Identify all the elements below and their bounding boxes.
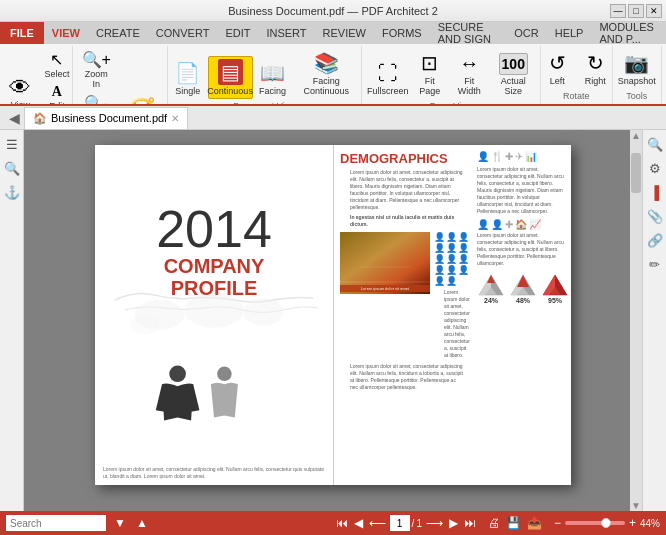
svg-marker-10: [487, 275, 495, 283]
select-icon: ↖: [50, 50, 63, 69]
search-input[interactable]: [6, 515, 106, 531]
single-icon: 📄: [175, 61, 200, 85]
zoom-slider[interactable]: [565, 521, 625, 525]
continuous-button[interactable]: ▤ Continuous: [208, 56, 253, 99]
photo-caption: Lorem ipsum dolor sit amet: [340, 285, 430, 292]
menu-forms[interactable]: FORMS: [374, 22, 430, 44]
ribbon-group-pageview: ⛶ Fullscreen ⊡ Fit Page ↔ Fit Width 100 …: [362, 46, 541, 104]
ribbon: 👁 View ↖ Select A Edit Modes 🔍+ Z: [0, 44, 666, 106]
single-label: Single: [175, 86, 200, 96]
scroll-thumb[interactable]: [631, 153, 641, 193]
zoom-in-button[interactable]: 🔍+ Zoom In: [76, 48, 116, 91]
rotate-right-button[interactable]: ↻ Right: [577, 48, 613, 89]
edit-button[interactable]: A Edit: [40, 82, 73, 106]
scroll-up-button[interactable]: ▲: [631, 130, 641, 141]
stat-icon-6: 👤: [477, 219, 489, 230]
select-label: Select: [44, 69, 69, 79]
facing-continuous-button[interactable]: 📚 Facing Continuous: [293, 48, 360, 99]
menu-secure-sign[interactable]: SECURE AND SIGN: [430, 22, 507, 44]
page-total: 1: [416, 518, 422, 529]
menu-edit[interactable]: EDIT: [217, 22, 258, 44]
person-icon-gray-3: 👤: [446, 254, 457, 264]
sidebar-search-button[interactable]: 🔍: [2, 158, 22, 178]
right-col-text1: Lorem ipsum dolor sit amet, consectetur …: [477, 166, 565, 215]
continuous-icon: ▤: [218, 59, 243, 85]
page-number-input[interactable]: [390, 515, 410, 531]
single-button[interactable]: 📄 Single: [170, 58, 206, 99]
status-print-button[interactable]: 🖨: [486, 516, 502, 530]
menu-modules[interactable]: MODULES AND P...: [591, 22, 666, 44]
maximize-button[interactable]: □: [628, 4, 644, 18]
snapshot-icon: 📷: [624, 51, 649, 75]
ribbon-group-docview: 📄 Single ▤ Continuous 📖 Facing 📚 Facing …: [168, 46, 362, 104]
menu-insert[interactable]: INSERT: [258, 22, 314, 44]
right-tool-search[interactable]: 🔍: [645, 134, 665, 154]
tab-close-button[interactable]: ✕: [171, 113, 179, 124]
right-tool-pen[interactable]: ✏: [645, 254, 665, 274]
people-silhouettes: [110, 355, 318, 455]
fit-page-button[interactable]: ⊡ Fit Page: [411, 48, 448, 99]
right-tool-paperclip[interactable]: 📎: [645, 206, 665, 226]
status-save-button[interactable]: 💾: [504, 516, 523, 530]
window-controls: — □ ✕: [610, 4, 662, 18]
nav-prev-button[interactable]: ◀: [352, 516, 365, 530]
menu-file[interactable]: FILE: [0, 22, 44, 44]
scroll-down-button[interactable]: ▼: [631, 500, 641, 511]
document-tab[interactable]: 🏠 Business Document.pdf ✕: [24, 107, 188, 129]
nav-back-button[interactable]: ⟵: [367, 516, 388, 530]
navigation-controls: ⏮ ◀ ⟵ / 1 ⟶ ▶ ⏭ 🖨 💾 📤 − + 44%: [334, 515, 660, 531]
rotate-left-button[interactable]: ↺ Left: [539, 48, 575, 89]
title-bar: Business Document.pdf — PDF Architect 2 …: [0, 0, 666, 22]
menu-create[interactable]: CREATE: [88, 22, 148, 44]
sidebar-anchor-button[interactable]: ⚓: [2, 182, 22, 202]
demographics-bold1: In egestas nisl ut nulla iaculis et matt…: [340, 214, 473, 228]
scrollbar-vertical[interactable]: ▲ ▼: [630, 130, 642, 511]
continuous-label: Continuous: [207, 86, 253, 96]
sidebar-panels-button[interactable]: ☰: [2, 134, 22, 154]
actual-size-button[interactable]: 100 Actual Size: [490, 50, 536, 99]
nav-last-button[interactable]: ⏭: [462, 516, 478, 530]
snapshot-label: Snapshot: [618, 76, 656, 86]
tab-icon: 🏠: [33, 112, 47, 125]
nav-first-button[interactable]: ⏮: [334, 516, 350, 530]
person-icon-red-3: 👤: [458, 232, 469, 242]
menu-bar: FILE VIEW CREATE CONVERT EDIT INSERT REV…: [0, 22, 666, 44]
menu-ocr[interactable]: OCR: [506, 22, 546, 44]
right-tool-link[interactable]: 🔗: [645, 230, 665, 250]
page-separator: /: [412, 518, 415, 529]
close-button[interactable]: ✕: [646, 4, 662, 18]
person-icon-gray-8: 👤: [434, 276, 445, 286]
menu-view[interactable]: VIEW: [44, 22, 88, 44]
svg-point-1: [184, 292, 243, 328]
stat-pct-1: 24%: [484, 297, 498, 304]
minimize-button[interactable]: —: [610, 4, 626, 18]
fit-width-button[interactable]: ↔ Fit Width: [450, 49, 488, 99]
nav-forward-button[interactable]: ⟶: [424, 516, 445, 530]
menu-review[interactable]: REVIEW: [315, 22, 374, 44]
right-tool-gear[interactable]: ⚙: [645, 158, 665, 178]
zoom-out-button[interactable]: 🔍- Zoom Out: [76, 92, 116, 106]
right-tool-highlight[interactable]: ▐: [645, 182, 665, 202]
search-up-button[interactable]: ▲: [134, 516, 150, 530]
actual-size-icon: 100: [499, 53, 528, 75]
pyramid-chart-3: [541, 273, 569, 297]
rotate-left-icon: ↺: [549, 51, 566, 75]
menu-help[interactable]: HELP: [547, 22, 592, 44]
menu-convert[interactable]: CONVERT: [148, 22, 218, 44]
view-button[interactable]: 👁 View: [2, 74, 38, 106]
left-page-lorem: Lorem ipsum dolor sit amet, consectetur …: [103, 466, 325, 480]
panel-toggle-button[interactable]: ◀: [4, 108, 24, 128]
search-down-button[interactable]: ▼: [112, 516, 128, 530]
zoom-out-status-button[interactable]: −: [552, 516, 563, 530]
zoom-in-status-button[interactable]: +: [627, 516, 638, 530]
people-icons: 👤 👤 👤 👤 👤 👤 👤 👤 👤 👤: [434, 232, 480, 286]
status-share-button[interactable]: 📤: [525, 516, 544, 530]
select-button[interactable]: ↖ Select: [40, 48, 73, 81]
document-spread: 2014 COMPANY PROFILE: [95, 145, 571, 485]
snapshot-button[interactable]: 📷 Snapshot: [613, 48, 661, 89]
navigation-button[interactable]: 🧭 Navigation: [118, 96, 164, 106]
left-sidebar: ☰ 🔍 ⚓: [0, 130, 24, 511]
fullscreen-button[interactable]: ⛶ Fullscreen: [366, 59, 409, 99]
nav-next-button[interactable]: ▶: [447, 516, 460, 530]
facing-button[interactable]: 📖 Facing: [255, 58, 291, 99]
